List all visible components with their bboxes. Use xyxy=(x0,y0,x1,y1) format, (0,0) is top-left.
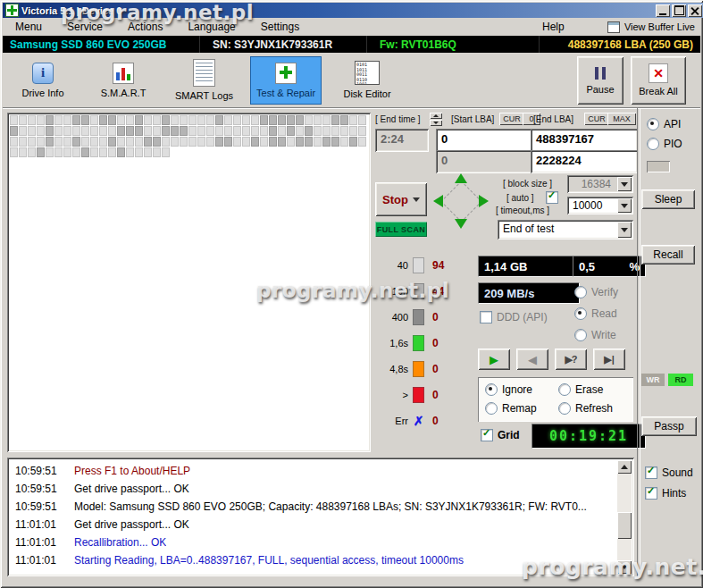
block-size-dropdown-icon[interactable] xyxy=(617,177,632,191)
scan-block xyxy=(322,137,331,147)
read-option[interactable]: Read xyxy=(574,307,617,320)
scan-block xyxy=(37,147,45,157)
histogram-row: Err✗0 xyxy=(374,413,444,429)
spin-up-icon[interactable] xyxy=(430,113,442,119)
current-lba-field[interactable]: 2228224 xyxy=(531,150,638,173)
jump-to-end-button[interactable] xyxy=(593,349,625,370)
break-all-button[interactable]: Break All xyxy=(631,56,686,105)
ddd-api-checkbox[interactable] xyxy=(480,311,492,323)
verify-radio[interactable] xyxy=(574,286,587,298)
view-buffer-live[interactable]: View Buffer Live xyxy=(607,21,695,33)
log-line: 10:59:51Press F1 to About/HELP xyxy=(10,462,615,480)
pause-button[interactable]: Pause xyxy=(577,56,623,105)
block-size-select[interactable]: 16384 xyxy=(567,175,633,193)
end-lba-max-button[interactable]: MAX xyxy=(607,113,636,125)
maximize-button[interactable] xyxy=(672,4,686,17)
step-back-button[interactable] xyxy=(516,349,548,370)
stop-dropdown-icon xyxy=(413,197,420,202)
spin-down-icon[interactable] xyxy=(430,120,442,126)
start-scan-button[interactable] xyxy=(478,349,510,370)
seek-pad[interactable] xyxy=(431,173,490,229)
toolbar-disk-editor[interactable]: Disk Editor xyxy=(332,56,402,105)
end-lba-field[interactable]: 488397167 xyxy=(531,129,638,152)
scan-block xyxy=(81,115,89,125)
sound-option[interactable]: Sound xyxy=(645,466,693,479)
scan-block xyxy=(314,126,322,136)
log-panel: 10:59:51Press F1 to About/HELP10:59:51Ge… xyxy=(7,458,634,576)
end-lba-cur-button[interactable]: CUR xyxy=(584,113,609,125)
sound-checkbox[interactable] xyxy=(645,466,657,479)
menu-item-help[interactable]: Help xyxy=(535,19,572,35)
write-radio[interactable] xyxy=(574,329,587,341)
seek-right-icon[interactable] xyxy=(479,195,489,207)
scan-block xyxy=(46,147,54,157)
menu-item-menu[interactable]: Menu xyxy=(3,19,54,35)
api-radio[interactable] xyxy=(647,118,659,130)
jump-to-defect-button[interactable] xyxy=(555,349,587,370)
scan-block xyxy=(358,115,366,125)
toolbar-smart-logs[interactable]: SMART Logs xyxy=(169,56,239,105)
ignore-option[interactable]: Ignore xyxy=(485,383,532,396)
menu-item-settings[interactable]: Settings xyxy=(248,19,312,35)
close-button[interactable] xyxy=(688,4,702,17)
end-of-test-dropdown-icon[interactable] xyxy=(617,222,632,238)
seek-down-icon[interactable] xyxy=(455,219,467,229)
erase-option[interactable]: Erase xyxy=(558,383,603,396)
toolbar-test-repair[interactable]: Test & Repair xyxy=(250,56,322,105)
pio-radio[interactable] xyxy=(647,138,659,150)
refresh-radio[interactable] xyxy=(558,402,571,415)
toolbar-drive-info[interactable]: Drive Info xyxy=(8,56,78,105)
ddd-api-option[interactable]: DDD (API) xyxy=(480,311,548,323)
read-radio[interactable] xyxy=(574,307,587,320)
write-indicator: WR xyxy=(641,374,665,386)
end-of-test-select[interactable]: End of test xyxy=(498,220,633,239)
log-time: 11:01:01 xyxy=(10,554,74,567)
seek-left-icon[interactable] xyxy=(433,195,443,207)
hints-option[interactable]: Hints xyxy=(645,487,686,500)
grid-option[interactable]: Grid xyxy=(481,429,520,441)
erase-radio[interactable] xyxy=(558,383,571,396)
start-lba-cur-button[interactable]: CUR xyxy=(499,113,524,125)
menu-item-actions[interactable]: Actions xyxy=(115,19,175,35)
timeout-dropdown-icon[interactable] xyxy=(617,198,632,213)
auto-checkbox[interactable] xyxy=(546,191,558,204)
seek-up-icon[interactable] xyxy=(455,173,467,183)
toolbar-s-m-a-r-t[interactable]: S.M.A.R.T xyxy=(88,56,158,105)
menu-item-language[interactable]: Language xyxy=(175,19,247,35)
api-option[interactable]: API xyxy=(647,118,681,130)
scan-block xyxy=(37,137,45,147)
titlebar[interactable]: Victoria 5.1 | Device 0 xyxy=(3,3,703,18)
timeout-select[interactable]: 10000 xyxy=(567,197,633,214)
end-time-field[interactable]: 2:24 xyxy=(375,129,429,152)
write-option[interactable]: Write xyxy=(574,329,616,341)
scan-block xyxy=(162,147,170,157)
scan-block xyxy=(108,126,116,136)
stop-button[interactable]: Stop xyxy=(375,182,427,216)
passport-button[interactable]: Passp xyxy=(641,416,697,436)
histogram-label: 40 xyxy=(374,260,413,271)
remap-radio[interactable] xyxy=(485,402,498,415)
scan-block xyxy=(331,115,339,125)
remap-option[interactable]: Remap xyxy=(485,402,537,415)
scroll-up-icon[interactable] xyxy=(617,460,632,474)
minimize-button[interactable] xyxy=(656,4,670,17)
scroll-thumb[interactable] xyxy=(617,512,632,539)
menu-item-service[interactable]: Service xyxy=(54,19,115,35)
scroll-down-icon[interactable] xyxy=(617,560,632,574)
hints-checkbox[interactable] xyxy=(645,487,657,500)
sleep-button[interactable]: Sleep xyxy=(641,189,695,209)
log-scrollbar[interactable] xyxy=(617,460,632,574)
ignore-radio[interactable] xyxy=(485,383,498,396)
refresh-option[interactable]: Refresh xyxy=(558,402,613,415)
recall-button[interactable]: Recall xyxy=(641,245,695,265)
histogram-swatch xyxy=(413,387,424,403)
log-text: Recallibration... OK xyxy=(74,536,166,549)
scan-block xyxy=(331,126,339,136)
end-time-spinner[interactable] xyxy=(430,113,442,126)
pio-option[interactable]: PIO xyxy=(647,138,682,150)
scan-block xyxy=(242,126,250,136)
grid-checkbox[interactable] xyxy=(481,429,493,441)
start-lba-field[interactable]: 0 xyxy=(436,129,532,152)
verify-option[interactable]: Verify xyxy=(574,286,618,298)
current-start-field[interactable]: 0 xyxy=(436,150,532,173)
